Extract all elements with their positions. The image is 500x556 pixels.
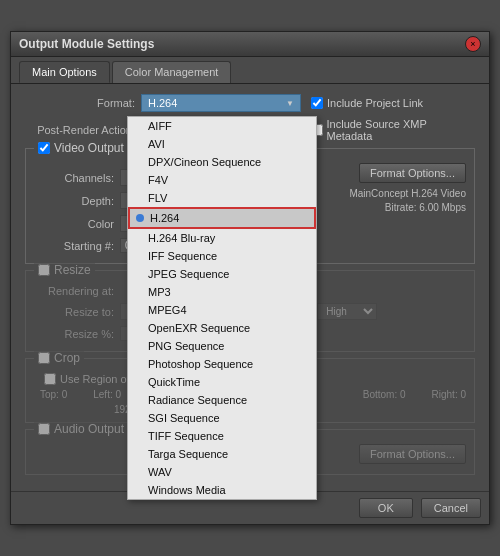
format-dropdown: AIFF AVI DPX/Cineon Sequence F4V FLV H.2… [127, 116, 317, 500]
window-title: Output Module Settings [19, 37, 154, 51]
dropdown-item-aiff[interactable]: AIFF [128, 117, 316, 135]
crop-label: Crop [54, 351, 80, 365]
format-label: Format: [25, 97, 135, 109]
dropdown-item-flv[interactable]: FLV [128, 189, 316, 207]
close-button[interactable]: × [465, 36, 481, 52]
channels-label: Channels: [34, 172, 114, 184]
crop-left: Left: 0 [93, 389, 121, 400]
dropdown-item-windows-media-label: Windows Media [148, 484, 226, 496]
format-arrow: ▼ [286, 99, 294, 108]
dropdown-item-iff-label: IFF Sequence [148, 250, 217, 262]
main-content: Format: H.264 ▼ Include Project Link Pos… [11, 84, 489, 491]
dropdown-item-quicktime[interactable]: QuickTime [128, 373, 316, 391]
resize-quality-select[interactable]: High [317, 303, 377, 320]
dropdown-item-h264-bluray[interactable]: H.264 Blu-ray [128, 229, 316, 247]
crop-right: Right: 0 [432, 389, 466, 400]
dropdown-item-dpx[interactable]: DPX/Cineon Sequence [128, 153, 316, 171]
dropdown-item-f4v-label: F4V [148, 174, 168, 186]
format-row: Format: H.264 ▼ Include Project Link [25, 94, 475, 112]
dropdown-item-png[interactable]: PNG Sequence [128, 337, 316, 355]
crop-title: Crop [34, 351, 84, 365]
dropdown-item-mpeg4[interactable]: MPEG4 [128, 301, 316, 319]
dropdown-item-targa-label: Targa Sequence [148, 448, 228, 460]
dropdown-item-iff[interactable]: IFF Sequence [128, 247, 316, 265]
dropdown-item-tiff-label: TIFF Sequence [148, 430, 224, 442]
resize-pct-label: Resize %: [34, 328, 114, 340]
starting-label: Starting #: [34, 240, 114, 252]
tabs-bar: Main Options Color Management [11, 57, 489, 84]
audio-output-title: Audio Output [34, 422, 128, 436]
video-output-label: Video Output [54, 141, 124, 155]
dropdown-item-mp3[interactable]: MP3 [128, 283, 316, 301]
resize-to-label: Resize to: [34, 306, 114, 318]
video-output-checkbox[interactable] [38, 142, 50, 154]
color-label: Color [34, 218, 114, 230]
dropdown-item-jpeg[interactable]: JPEG Sequence [128, 265, 316, 283]
audio-output-checkbox[interactable] [38, 423, 50, 435]
crop-checkbox[interactable] [38, 352, 50, 364]
include-project-link-checkbox[interactable]: Include Project Link [311, 97, 423, 109]
dropdown-item-windows-media[interactable]: Windows Media [128, 481, 316, 499]
dropdown-item-openexr[interactable]: OpenEXR Sequence [128, 319, 316, 337]
format-select[interactable]: H.264 ▼ [141, 94, 301, 112]
video-output-title: Video Output [34, 141, 128, 155]
dropdown-item-avi-label: AVI [148, 138, 165, 150]
ok-button[interactable]: OK [359, 498, 413, 518]
main-window: Output Module Settings × Main Options Co… [10, 31, 490, 525]
dropdown-item-mp3-label: MP3 [148, 286, 171, 298]
use-region-input[interactable] [44, 373, 56, 385]
include-project-link-label: Include Project Link [327, 97, 423, 109]
resize-checkbox[interactable] [38, 264, 50, 276]
dropdown-item-avi[interactable]: AVI [128, 135, 316, 153]
cancel-button[interactable]: Cancel [421, 498, 481, 518]
include-source-xmp-label: Include Source XMP Metadata [327, 118, 475, 142]
dropdown-item-dpx-label: DPX/Cineon Sequence [148, 156, 261, 168]
window-controls: × [465, 36, 481, 52]
dropdown-item-radiance[interactable]: Radiance Sequence [128, 391, 316, 409]
dropdown-item-mpeg4-label: MPEG4 [148, 304, 187, 316]
audio-output-label: Audio Output [54, 422, 124, 436]
tab-main-options[interactable]: Main Options [19, 61, 110, 83]
dropdown-item-quicktime-label: QuickTime [148, 376, 200, 388]
dropdown-item-photoshop[interactable]: Photoshop Sequence [128, 355, 316, 373]
dropdown-item-h264-bluray-label: H.264 Blu-ray [148, 232, 215, 244]
audio-format-options-btn[interactable]: Format Options... [359, 444, 466, 464]
dropdown-item-photoshop-label: Photoshop Sequence [148, 358, 253, 370]
dropdown-item-wav[interactable]: WAV [128, 463, 316, 481]
dropdown-item-wav-label: WAV [148, 466, 172, 478]
crop-bottom: Bottom: 0 [363, 389, 406, 400]
rendering-at-label: Rendering at: [34, 285, 114, 297]
dropdown-item-tiff[interactable]: TIFF Sequence [128, 427, 316, 445]
dropdown-item-png-label: PNG Sequence [148, 340, 224, 352]
tab-color-management[interactable]: Color Management [112, 61, 232, 83]
post-render-label: Post-Render Action: [25, 124, 135, 136]
include-project-link-input[interactable] [311, 97, 323, 109]
depth-label: Depth: [34, 195, 114, 207]
format-value: H.264 [148, 97, 177, 109]
resize-title: Resize [34, 263, 95, 277]
dropdown-item-h264[interactable]: H.264 [128, 207, 316, 229]
dropdown-item-radiance-label: Radiance Sequence [148, 394, 247, 406]
crop-top: Top: 0 [40, 389, 67, 400]
h264-radio-dot [136, 214, 144, 222]
dropdown-item-f4v[interactable]: F4V [128, 171, 316, 189]
include-source-xmp-checkbox[interactable]: Include Source XMP Metadata [311, 118, 475, 142]
video-info-text: MainConcept H.264 VideoBitrate: 6.00 Mbp… [349, 187, 466, 215]
dropdown-item-flv-label: FLV [148, 192, 167, 204]
video-format-options-btn[interactable]: Format Options... [359, 163, 466, 183]
dropdown-item-openexr-label: OpenEXR Sequence [148, 322, 250, 334]
dropdown-item-sgi-label: SGI Sequence [148, 412, 220, 424]
dropdown-item-targa[interactable]: Targa Sequence [128, 445, 316, 463]
dropdown-item-sgi[interactable]: SGI Sequence [128, 409, 316, 427]
resize-label: Resize [54, 263, 91, 277]
dropdown-item-aiff-label: AIFF [148, 120, 172, 132]
title-bar: Output Module Settings × [11, 32, 489, 57]
dropdown-item-jpeg-label: JPEG Sequence [148, 268, 229, 280]
dropdown-item-h264-label: H.264 [150, 212, 179, 224]
